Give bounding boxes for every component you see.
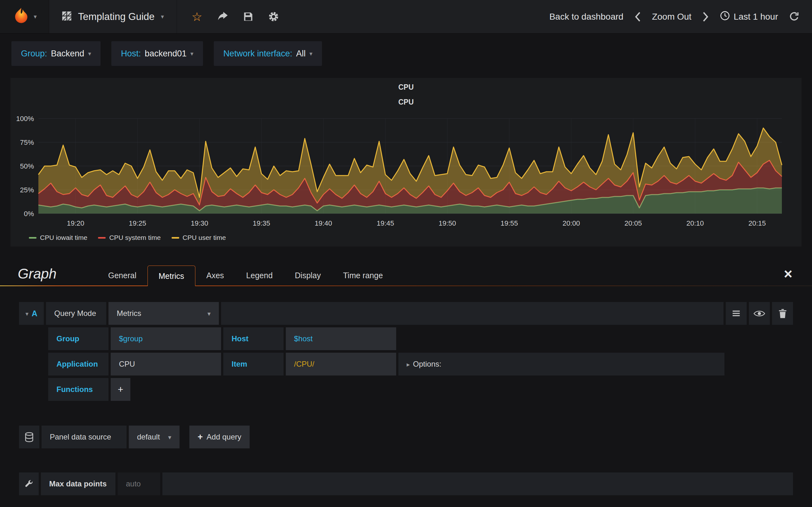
- refresh-icon[interactable]: [789, 11, 799, 22]
- query-mode-label: Query Mode: [46, 302, 106, 325]
- editor-tabs: General Metrics Axes Legend Display Time…: [97, 265, 782, 285]
- application-input[interactable]: CPU: [111, 353, 221, 376]
- editor-header: Graph General Metrics Axes Legend Displa…: [0, 265, 812, 285]
- navbar: Templating Guide ☆ Back to dashboard Zoo…: [0, 0, 812, 34]
- max-data-points-input[interactable]: auto: [118, 472, 160, 495]
- time-shift-right-icon[interactable]: [702, 11, 709, 22]
- chevron-down-icon: [168, 433, 171, 441]
- navbar-right: Back to dashboard Zoom Out Last 1 hour: [549, 0, 812, 33]
- dashboard-actions: ☆: [177, 0, 293, 33]
- panel-data-source-label: Panel data source: [42, 426, 126, 448]
- variable-value: Backend: [51, 49, 84, 59]
- time-shift-left-icon[interactable]: [634, 11, 641, 22]
- variable-value: All: [296, 49, 305, 59]
- svg-text:100%: 100%: [16, 115, 34, 123]
- host-input[interactable]: $host: [286, 327, 396, 350]
- options-label: Options:: [413, 360, 441, 369]
- svg-text:0%: 0%: [24, 210, 34, 218]
- tab-legend[interactable]: Legend: [235, 265, 284, 285]
- legend-swatch: [29, 237, 37, 239]
- legend-item[interactable]: CPU system time: [98, 234, 160, 241]
- gear-icon[interactable]: [268, 11, 279, 22]
- share-icon[interactable]: [217, 11, 228, 22]
- legend-swatch: [171, 237, 179, 239]
- item-label: Item: [223, 353, 284, 376]
- editor-panel-type: Graph: [18, 266, 97, 285]
- svg-text:20:10: 20:10: [687, 219, 704, 227]
- datasource-value: default: [137, 433, 160, 441]
- group-input[interactable]: $group: [111, 327, 221, 350]
- svg-text:19:30: 19:30: [191, 219, 208, 227]
- tab-axes[interactable]: Axes: [195, 265, 235, 285]
- add-function-button[interactable]: [111, 378, 131, 401]
- svg-text:19:40: 19:40: [315, 219, 332, 227]
- clock-icon: [720, 11, 730, 23]
- svg-text:19:35: 19:35: [253, 219, 270, 227]
- close-editor-icon[interactable]: [782, 267, 794, 285]
- query-delete-button[interactable]: [772, 302, 793, 325]
- svg-text:19:55: 19:55: [501, 219, 518, 227]
- svg-text:19:50: 19:50: [439, 219, 456, 227]
- query-row-a: A Query Mode Metrics: [19, 302, 793, 325]
- variable-host-dropdown[interactable]: Host: backend01: [111, 41, 203, 66]
- add-query-button[interactable]: Add query: [189, 426, 250, 448]
- svg-text:75%: 75%: [20, 138, 34, 147]
- item-input[interactable]: /CPU/: [286, 353, 396, 376]
- svg-text:19:20: 19:20: [67, 219, 84, 227]
- query-menu-button[interactable]: [726, 302, 747, 325]
- query-toggle-visibility-button[interactable]: [749, 302, 770, 325]
- svg-text:20:15: 20:15: [748, 219, 766, 227]
- panel-title[interactable]: CPU: [10, 80, 802, 93]
- query-row-group-host: Group $group Host $host: [19, 327, 793, 350]
- query-mode-value: Metrics: [117, 309, 141, 318]
- org-switcher-caret-icon: [34, 13, 37, 20]
- datasource-select[interactable]: default: [129, 426, 180, 448]
- tab-metrics[interactable]: Metrics: [148, 266, 195, 286]
- legend-series-name: CPU iowait time: [40, 234, 87, 241]
- tab-time-range[interactable]: Time range: [332, 265, 394, 285]
- variable-label: Group:: [21, 49, 47, 59]
- application-label: Application: [48, 353, 108, 376]
- svg-text:19:45: 19:45: [376, 219, 394, 227]
- panel-editor: Graph General Metrics Axes Legend Displa…: [0, 265, 812, 495]
- svg-text:20:00: 20:00: [562, 219, 580, 227]
- cpu-panel: CPU CPU 19:2019:2519:3019:3519:4019:4519…: [10, 78, 802, 246]
- cpu-chart[interactable]: 19:2019:2519:3019:3519:4019:4519:5019:55…: [10, 107, 802, 231]
- collapse-caret-icon: [26, 309, 29, 318]
- graph-legend: CPU iowait time CPU system time CPU user…: [10, 231, 802, 241]
- chevron-down-icon: [88, 50, 91, 57]
- add-query-label: Add query: [206, 433, 241, 441]
- options-toggle[interactable]: Options:: [398, 353, 724, 376]
- back-to-dashboard-button[interactable]: Back to dashboard: [549, 12, 623, 22]
- template-variables-row: Group: Backend Host: backend01 Network i…: [0, 34, 812, 73]
- tab-general[interactable]: General: [97, 265, 148, 285]
- variable-label: Host:: [121, 49, 141, 59]
- query-mode-select[interactable]: Metrics: [108, 302, 219, 325]
- chevron-down-icon: [207, 309, 211, 318]
- max-data-points-filler: [162, 472, 793, 495]
- chevron-down-icon: [309, 50, 312, 57]
- query-collapse-toggle[interactable]: A: [19, 302, 44, 325]
- variable-netif-dropdown[interactable]: Network interface: All: [214, 41, 322, 66]
- max-data-points-label: Max data points: [41, 472, 115, 495]
- dashboard-title-dropdown[interactable]: Templating Guide: [49, 0, 177, 33]
- time-range-picker[interactable]: Last 1 hour: [720, 11, 778, 23]
- tab-display[interactable]: Display: [284, 265, 332, 285]
- functions-label: Functions: [48, 378, 108, 401]
- wrench-icon: [19, 472, 39, 495]
- legend-item[interactable]: CPU user time: [171, 234, 226, 241]
- star-icon[interactable]: ☆: [192, 11, 202, 23]
- datasource-row: Panel data source default Add query: [0, 426, 812, 448]
- variable-group-dropdown[interactable]: Group: Backend: [11, 41, 101, 66]
- max-data-points-row: Max data points auto: [0, 472, 812, 495]
- svg-text:25%: 25%: [20, 186, 34, 194]
- legend-item[interactable]: CPU iowait time: [29, 234, 87, 241]
- variable-label: Network interface:: [223, 49, 293, 59]
- grafana-logo-button[interactable]: [0, 0, 49, 33]
- legend-series-name: CPU system time: [109, 234, 160, 241]
- dashboard-grid-icon: [62, 11, 72, 22]
- zoom-out-button[interactable]: Zoom Out: [652, 12, 691, 22]
- dashboard-title-caret-icon: [161, 13, 164, 20]
- caret-right-icon: [407, 360, 410, 369]
- save-icon[interactable]: [243, 12, 253, 21]
